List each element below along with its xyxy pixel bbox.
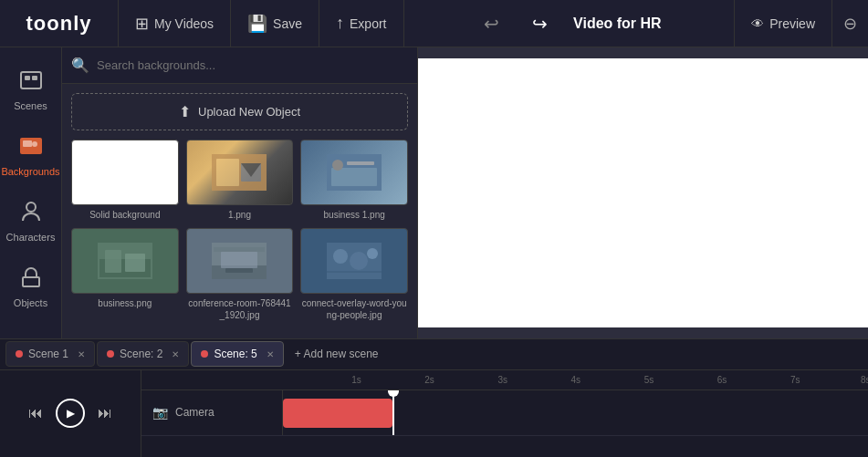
upload-label: Upload New Object bbox=[198, 105, 300, 119]
timeline-controls: ⏮ ▶ ⏭ 1s 2s 3s 4s 5s 6s 7s 8s 📷 Camera bbox=[0, 370, 868, 457]
1png-thumb bbox=[186, 140, 294, 205]
search-icon: 🔍 bbox=[71, 57, 89, 74]
camera-track-label: 📷 Camera bbox=[141, 390, 283, 435]
svg-rect-7 bbox=[23, 277, 39, 286]
backgrounds-panel: 🔍 ⬆ Upload New Object Solid background bbox=[62, 47, 418, 338]
canvas-surface[interactable] bbox=[418, 58, 868, 327]
app-logo: toonly bbox=[26, 12, 92, 36]
solid-thumb bbox=[71, 140, 179, 205]
business1-label: business 1.png bbox=[324, 209, 385, 221]
preview-label: Preview bbox=[769, 16, 815, 31]
scenes-icon bbox=[15, 64, 47, 97]
svg-point-26 bbox=[333, 249, 348, 264]
svg-point-5 bbox=[32, 141, 37, 147]
add-scene-button[interactable]: + Add new scene bbox=[286, 341, 388, 367]
scene1-dot bbox=[16, 350, 23, 358]
svg-point-14 bbox=[332, 160, 343, 171]
grid-item-connect[interactable]: connect-overlay-word-young-people.jpg bbox=[300, 228, 408, 321]
svg-rect-9 bbox=[216, 159, 239, 186]
main-area: Scenes Backgrounds Characters bbox=[0, 47, 868, 338]
timeline-cursor[interactable] bbox=[392, 390, 394, 435]
objects-label: Objects bbox=[14, 297, 47, 308]
panel-search-bar: 🔍 bbox=[62, 47, 417, 84]
sidebar-item-scenes[interactable]: Scenes bbox=[4, 57, 58, 119]
toolbar-center: ↩ ↪ Video for HR bbox=[404, 7, 735, 40]
sidebar-item-objects[interactable]: Objects bbox=[4, 254, 58, 316]
toolbar: toonly ⊞ My Videos 💾 Save ↑ Export ↩ ↪ V… bbox=[0, 0, 868, 47]
sidebar-item-backgrounds[interactable]: Backgrounds bbox=[4, 122, 58, 184]
businesspng-thumb bbox=[71, 228, 179, 294]
export-icon: ↑ bbox=[336, 14, 344, 33]
scene-tabs: Scene 1 ✕ Scene: 2 ✕ Scene: 5 ✕ + Add ne… bbox=[0, 339, 868, 370]
undo-button[interactable]: ↩ bbox=[476, 7, 507, 40]
video-title: Video for HR bbox=[573, 16, 662, 32]
scene5-dot bbox=[201, 350, 208, 358]
1png-label: 1.png bbox=[228, 209, 251, 221]
svg-rect-19 bbox=[125, 254, 145, 272]
timeline-track-area: 1s 2s 3s 4s 5s 6s 7s 8s 📷 Camera bbox=[141, 370, 868, 457]
preview-button[interactable]: 👁 Preview bbox=[734, 0, 831, 47]
grid-item-business1[interactable]: business 1.png bbox=[300, 140, 408, 221]
skip-forward-button[interactable]: ⏭ bbox=[98, 405, 112, 421]
grid-item-conference[interactable]: conference-room-768441_1920.jpg bbox=[186, 228, 294, 321]
ruler-3s: 3s bbox=[497, 375, 507, 385]
cursor-head bbox=[388, 390, 399, 397]
my-videos-button[interactable]: ⊞ My Videos bbox=[119, 0, 231, 47]
save-label: Save bbox=[273, 16, 302, 31]
search-input[interactable] bbox=[97, 58, 408, 72]
scene2-close[interactable]: ✕ bbox=[172, 349, 179, 359]
scene-tab-2[interactable]: Scene: 2 ✕ bbox=[97, 341, 189, 367]
timeline: Scene 1 ✕ Scene: 2 ✕ Scene: 5 ✕ + Add ne… bbox=[0, 338, 868, 457]
upload-icon: ⬆ bbox=[179, 103, 191, 120]
logo-area: toonly bbox=[0, 0, 119, 47]
eye-icon: 👁 bbox=[751, 16, 764, 31]
ruler-2s: 2s bbox=[424, 375, 434, 385]
redo-button[interactable]: ↪ bbox=[525, 7, 555, 40]
svg-rect-23 bbox=[214, 247, 265, 252]
solid-label: Solid background bbox=[89, 209, 160, 221]
timeline-ruler: 1s 2s 3s 4s 5s 6s 7s 8s bbox=[141, 370, 868, 390]
backgrounds-grid: Solid background 1.png bbox=[62, 140, 417, 330]
sidebar-item-characters[interactable]: Characters bbox=[4, 188, 58, 250]
backgrounds-icon bbox=[15, 130, 47, 162]
svg-rect-22 bbox=[221, 252, 257, 268]
camera-track-content[interactable] bbox=[283, 390, 868, 435]
upload-new-object-button[interactable]: ⬆ Upload New Object bbox=[71, 93, 408, 130]
play-button[interactable]: ▶ bbox=[56, 399, 85, 428]
svg-rect-13 bbox=[331, 168, 377, 186]
scene-tab-1[interactable]: Scene 1 ✕ bbox=[5, 341, 95, 367]
icon-sidebar: Scenes Backgrounds Characters bbox=[0, 47, 62, 338]
svg-point-28 bbox=[367, 248, 378, 259]
ruler-1s: 1s bbox=[351, 375, 361, 385]
camera-track-row: 📷 Camera bbox=[141, 390, 868, 436]
add-scene-label: + Add new scene bbox=[295, 348, 379, 360]
svg-rect-2 bbox=[32, 76, 37, 80]
connect-thumb bbox=[300, 228, 408, 294]
businesspng-label: business.png bbox=[98, 297, 152, 309]
scene5-label: Scene: 5 bbox=[214, 348, 256, 360]
characters-icon bbox=[15, 195, 47, 228]
camera-clip[interactable] bbox=[283, 399, 392, 428]
grid-item-businesspng[interactable]: business.png bbox=[71, 228, 179, 321]
ruler-6s: 6s bbox=[717, 375, 727, 385]
save-button[interactable]: 💾 Save bbox=[231, 0, 319, 47]
grid-item-1png[interactable]: 1.png bbox=[186, 140, 294, 221]
scene-tab-5[interactable]: Scene: 5 ✕ bbox=[191, 341, 283, 367]
backgrounds-label: Backgrounds bbox=[1, 166, 59, 177]
scene1-close[interactable]: ✕ bbox=[78, 349, 85, 359]
objects-icon bbox=[15, 261, 47, 294]
svg-rect-4 bbox=[23, 140, 32, 147]
scene5-close[interactable]: ✕ bbox=[267, 349, 274, 359]
export-button[interactable]: ↑ Export bbox=[319, 0, 403, 47]
skip-back-button[interactable]: ⏮ bbox=[28, 405, 43, 421]
characters-label: Characters bbox=[6, 232, 56, 243]
scenes-label: Scenes bbox=[14, 100, 47, 111]
grid-item-solid[interactable]: Solid background bbox=[71, 140, 179, 221]
zoom-out-icon[interactable]: ⊖ bbox=[843, 14, 857, 34]
save-icon: 💾 bbox=[247, 14, 267, 34]
ruler-8s: 8s bbox=[861, 375, 868, 385]
svg-rect-0 bbox=[21, 72, 41, 88]
ruler-7s: 7s bbox=[790, 375, 800, 385]
playback-controls: ⏮ ▶ ⏭ bbox=[0, 370, 141, 457]
svg-rect-1 bbox=[25, 76, 30, 80]
